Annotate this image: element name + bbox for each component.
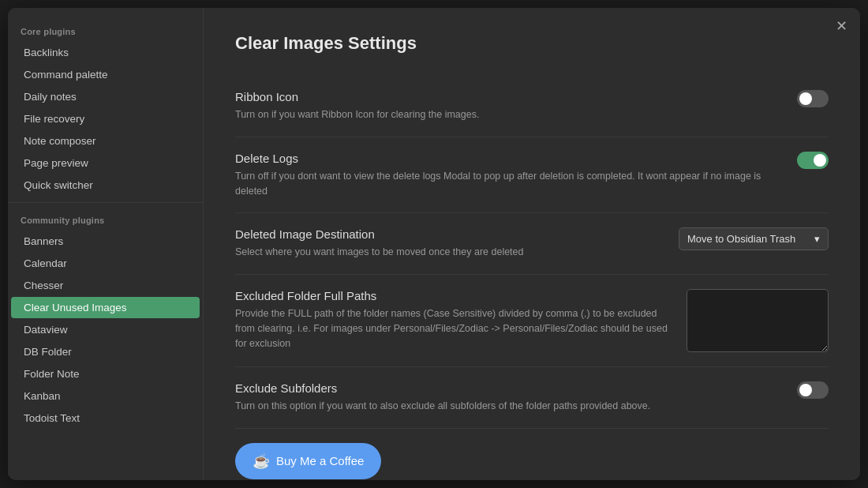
- dropdown-image-destination[interactable]: Move to Obsidian Trash ▾: [679, 227, 829, 250]
- sidebar-item-backlinks[interactable]: Backlinks: [11, 42, 200, 63]
- main-content: Clear Images Settings Ribbon Icon Turn o…: [204, 8, 860, 480]
- textarea-excluded-folders[interactable]: [687, 289, 829, 352]
- sidebar-item-calendar[interactable]: Calendar: [11, 253, 200, 274]
- sidebar-item-banners[interactable]: Banners: [11, 231, 200, 252]
- close-button[interactable]: ✕: [836, 19, 847, 33]
- sidebar-item-chesser[interactable]: Chesser: [11, 275, 200, 296]
- sidebar-item-dataview[interactable]: Dataview: [11, 319, 200, 340]
- setting-info-image-destination: Deleted Image Destination Select where y…: [235, 227, 663, 260]
- sidebar-item-command-palette[interactable]: Command palette: [11, 64, 200, 85]
- setting-name-ribbon-icon: Ribbon Icon: [235, 90, 772, 103]
- setting-desc-delete-logs: Turn off if you dont want to view the de…: [235, 169, 772, 199]
- setting-desc-excluded-folders: Provide the FULL path of the folder name…: [235, 306, 671, 351]
- setting-control-ribbon-icon: [797, 90, 829, 107]
- setting-control-delete-logs: [797, 152, 829, 169]
- sidebar-item-db-folder[interactable]: DB Folder: [11, 341, 200, 362]
- sidebar-item-daily-notes[interactable]: Daily notes: [11, 86, 200, 107]
- sidebar-item-quick-switcher[interactable]: Quick switcher: [11, 175, 200, 196]
- sidebar-item-page-preview[interactable]: Page preview: [11, 152, 200, 174]
- modal-body: Core plugins Backlinks Command palette D…: [8, 8, 860, 480]
- sidebar-item-note-composer[interactable]: Note composer: [11, 130, 200, 152]
- setting-info-excluded-folders: Excluded Folder Full Paths Provide the F…: [235, 289, 671, 351]
- setting-desc-ribbon-icon: Turn on if you want Ribbon Icon for clea…: [235, 107, 772, 122]
- setting-info-delete-logs: Delete Logs Turn off if you dont want to…: [235, 152, 772, 199]
- setting-name-delete-logs: Delete Logs: [235, 152, 772, 165]
- sidebar: Core plugins Backlinks Command palette D…: [8, 8, 204, 480]
- setting-row-excluded-folders: Excluded Folder Full Paths Provide the F…: [235, 275, 829, 367]
- sidebar-item-kanban[interactable]: Kanban: [11, 385, 200, 407]
- setting-desc-image-destination: Select where you want images to be moved…: [235, 245, 663, 260]
- toggle-ribbon-icon[interactable]: [797, 90, 829, 107]
- settings-modal: ✕ Core plugins Backlinks Command palette…: [8, 8, 860, 480]
- coffee-icon: ☕: [253, 452, 270, 470]
- setting-control-image-destination: Move to Obsidian Trash ▾: [679, 227, 829, 250]
- setting-row-exclude-subfolders: Exclude Subfolders Turn on this option i…: [235, 367, 829, 429]
- setting-row-ribbon-icon: Ribbon Icon Turn on if you want Ribbon I…: [235, 76, 829, 137]
- setting-control-excluded-folders: [687, 289, 829, 352]
- setting-name-excluded-folders: Excluded Folder Full Paths: [235, 289, 671, 302]
- coffee-button-label: Buy Me a Coffee: [276, 454, 364, 467]
- community-plugins-section-title: Community plugins: [8, 209, 203, 230]
- setting-name-image-destination: Deleted Image Destination: [235, 227, 663, 241]
- sidebar-item-file-recovery[interactable]: File recovery: [11, 108, 200, 130]
- setting-row-delete-logs: Delete Logs Turn off if you dont want to…: [235, 137, 829, 214]
- setting-info-exclude-subfolders: Exclude Subfolders Turn on this option i…: [235, 381, 772, 414]
- sidebar-item-folder-note[interactable]: Folder Note: [11, 363, 200, 385]
- sidebar-divider: [8, 202, 203, 203]
- sidebar-item-todoist-text[interactable]: Todoist Text: [11, 407, 200, 429]
- dropdown-value: Move to Obsidian Trash: [687, 233, 795, 245]
- page-title: Clear Images Settings: [235, 33, 829, 54]
- buy-me-coffee-button[interactable]: ☕ Buy Me a Coffee: [235, 443, 381, 479]
- core-plugins-section-title: Core plugins: [8, 21, 203, 41]
- setting-info-ribbon-icon: Ribbon Icon Turn on if you want Ribbon I…: [235, 90, 772, 122]
- setting-name-exclude-subfolders: Exclude Subfolders: [235, 381, 772, 395]
- toggle-exclude-subfolders[interactable]: [797, 381, 829, 399]
- setting-row-image-destination: Deleted Image Destination Select where y…: [235, 213, 829, 275]
- toggle-delete-logs[interactable]: [797, 152, 829, 169]
- sidebar-item-clear-unused-images[interactable]: Clear Unused Images: [11, 297, 200, 318]
- setting-desc-exclude-subfolders: Turn on this option if you want to also …: [235, 399, 772, 414]
- chevron-down-icon: ▾: [814, 233, 820, 245]
- setting-control-exclude-subfolders: [797, 381, 829, 399]
